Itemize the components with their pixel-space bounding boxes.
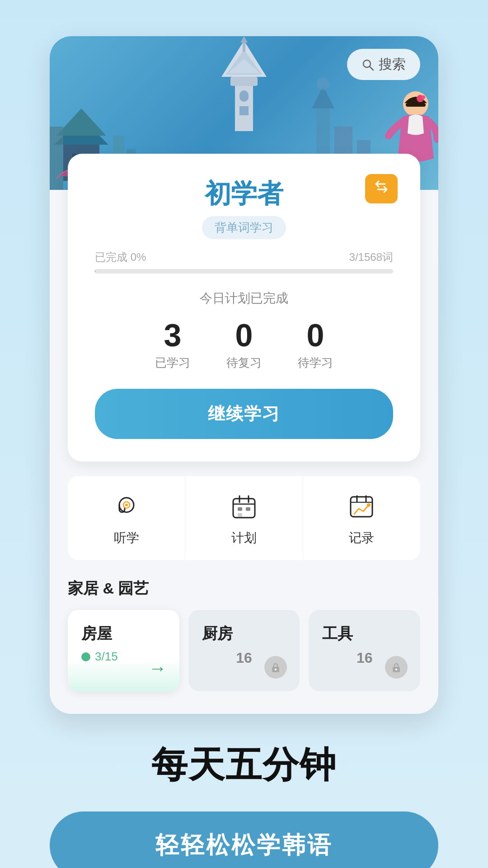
content-area: 初学者 背单词学习 已完成 0% 3/1568词 — [50, 154, 438, 714]
stat-pending: 0 待学习 — [298, 320, 333, 371]
cat-arrow: → — [149, 658, 167, 679]
stat-pending-label: 待学习 — [298, 355, 333, 371]
toolbar-listen[interactable]: 听学 — [68, 476, 185, 560]
level-badge — [365, 174, 398, 203]
stats-row: 3 已学习 0 待复习 0 待学习 — [95, 320, 393, 371]
stat-learned: 3 已学习 — [155, 320, 190, 371]
toolbar-record-label: 记录 — [349, 529, 374, 547]
cat-name-tools: 工具 — [322, 623, 407, 644]
toolbar-plan-label: 计划 — [231, 529, 257, 547]
progress-bar-fill — [95, 269, 95, 274]
study-card: 初学者 背单词学习 已完成 0% 3/1568词 — [68, 154, 420, 462]
stat-pending-number: 0 — [298, 320, 333, 351]
progress-right: 3/1568词 — [349, 250, 393, 264]
progress-bar-track — [95, 269, 393, 274]
category-header: 家居 & 园艺 — [68, 578, 420, 599]
stat-learned-label: 已学习 — [155, 355, 190, 371]
svg-rect-23 — [406, 103, 426, 107]
bottom-section: 每天五分钟 轻轻松松学韩语 — [0, 714, 488, 868]
svg-point-47 — [275, 669, 277, 670]
lock-icon — [270, 661, 282, 673]
cat-name-house: 房屋 — [81, 623, 166, 644]
page-wrapper: 搜索 — [0, 0, 488, 868]
svg-point-25 — [422, 95, 425, 99]
lock-icon-kitchen — [264, 656, 287, 679]
svg-rect-40 — [238, 513, 242, 517]
svg-rect-19 — [50, 127, 63, 190]
pagoda-icon — [194, 36, 294, 131]
svg-point-33 — [125, 504, 128, 506]
svg-rect-10 — [239, 106, 249, 115]
toolbar-plan[interactable]: 计划 — [185, 476, 303, 560]
headphone-icon — [112, 492, 141, 521]
today-plan-label: 今日计划已完成 — [95, 290, 393, 307]
svg-rect-38 — [238, 507, 242, 511]
chart-icon — [347, 492, 376, 521]
study-title: 初学者 — [205, 176, 283, 212]
bottom-cta-button[interactable]: 轻轻松松学韩语 — [50, 811, 438, 868]
calendar-icon — [230, 492, 258, 521]
progress-left: 已完成 0% — [95, 250, 146, 264]
category-card-tools[interactable]: 工具 16 — [309, 610, 420, 691]
svg-rect-3 — [230, 77, 258, 86]
stat-learned-number: 3 — [155, 320, 190, 351]
category-card-house[interactable]: 房屋 3/15 → — [68, 610, 179, 691]
stat-review-number: 0 — [226, 320, 262, 351]
toolbar-record[interactable]: 记录 — [303, 476, 420, 560]
toolbar-listen-label: 听学 — [114, 529, 139, 547]
continue-button[interactable]: 继续学习 — [95, 389, 393, 439]
svg-marker-8 — [240, 36, 248, 42]
cat-name-kitchen: 厨房 — [202, 623, 286, 644]
svg-point-45 — [367, 503, 371, 507]
stat-review: 0 待复习 — [226, 320, 262, 371]
svg-marker-15 — [56, 108, 106, 136]
svg-rect-39 — [246, 507, 250, 511]
svg-rect-34 — [233, 499, 255, 518]
svg-rect-9 — [239, 90, 249, 102]
svg-point-28 — [317, 77, 329, 90]
category-section: 家居 & 园艺 房屋 3/15 → 厨房 — [68, 578, 420, 691]
phone-card: 搜索 — [50, 36, 438, 714]
swap-icon — [373, 179, 389, 195]
category-row: 房屋 3/15 → 厨房 16 — [68, 610, 420, 691]
lock-icon — [390, 661, 402, 673]
stat-review-label: 待复习 — [226, 355, 262, 371]
icon-toolbar: 听学 计划 — [68, 476, 420, 560]
category-card-kitchen[interactable]: 厨房 16 — [188, 610, 300, 691]
bottom-title: 每天五分钟 — [151, 741, 337, 790]
study-tag: 背单词学习 — [202, 216, 286, 239]
svg-point-49 — [395, 669, 397, 670]
lock-icon-tools — [385, 656, 408, 679]
